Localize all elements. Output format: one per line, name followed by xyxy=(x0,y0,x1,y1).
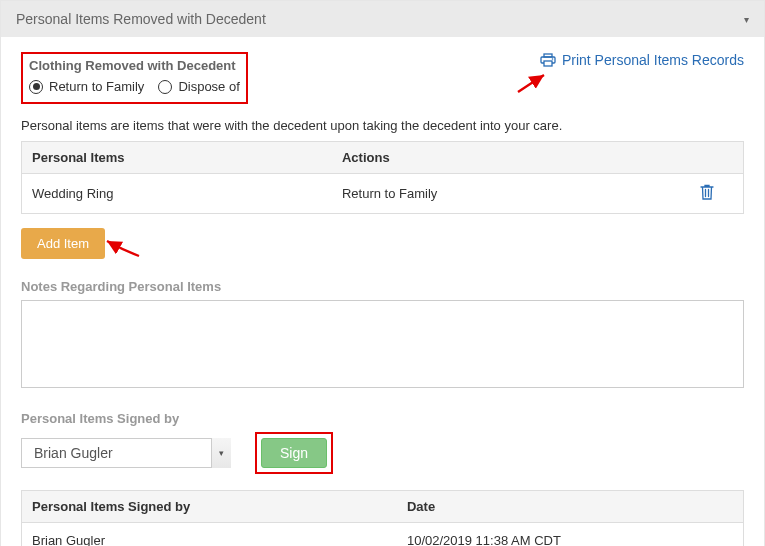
radio-dispose-label: Dispose of xyxy=(178,79,239,94)
svg-point-3 xyxy=(552,58,554,60)
item-link[interactable]: Wedding Ring xyxy=(22,174,332,214)
print-records-link[interactable]: Print Personal Items Records xyxy=(540,52,744,68)
clothing-label: Clothing Removed with Decedent xyxy=(29,58,240,73)
notes-label: Notes Regarding Personal Items xyxy=(21,279,744,294)
sign-button[interactable]: Sign xyxy=(261,438,327,468)
annotation-arrow-add xyxy=(101,238,141,258)
trash-icon[interactable] xyxy=(700,184,714,200)
table-row: Wedding Ring Return to Family xyxy=(22,174,744,214)
table-row: Brian Gugler 10/02/2019 11:38 AM CDT xyxy=(22,523,744,547)
col-header-trash xyxy=(671,142,743,174)
radio-return-label: Return to Family xyxy=(49,79,144,94)
panel-header[interactable]: Personal Items Removed with Decedent ▾ xyxy=(1,1,764,37)
item-action: Return to Family xyxy=(332,174,671,214)
collapse-caret-icon[interactable]: ▾ xyxy=(744,14,749,25)
add-item-button[interactable]: Add Item xyxy=(21,228,105,259)
radio-dispose-of[interactable] xyxy=(158,80,172,94)
printer-icon xyxy=(540,53,556,67)
signatures-table: Personal Items Signed by Date Brian Gugl… xyxy=(21,490,744,546)
col-header-items: Personal Items xyxy=(22,142,332,174)
svg-rect-2 xyxy=(544,61,552,66)
panel-title: Personal Items Removed with Decedent xyxy=(16,11,266,27)
notes-textarea[interactable] xyxy=(21,300,744,388)
personal-items-table: Personal Items Actions Wedding Ring Retu… xyxy=(21,141,744,214)
signer-name: Brian Gugler xyxy=(22,523,397,547)
sign-highlight-box: Sign xyxy=(255,432,333,474)
col-header-date: Date xyxy=(397,491,744,523)
clothing-section-highlight: Clothing Removed with Decedent Return to… xyxy=(21,52,248,104)
signer-date: 10/02/2019 11:38 AM CDT xyxy=(397,523,744,547)
signer-select[interactable]: Brian Gugler xyxy=(21,438,231,468)
col-header-actions: Actions xyxy=(332,142,671,174)
signed-by-label: Personal Items Signed by xyxy=(21,411,744,426)
print-label: Print Personal Items Records xyxy=(562,52,744,68)
helper-text: Personal items are items that were with … xyxy=(21,118,744,133)
annotation-arrow-print xyxy=(516,70,552,94)
radio-return-to-family[interactable] xyxy=(29,80,43,94)
col-header-signed-by: Personal Items Signed by xyxy=(22,491,397,523)
